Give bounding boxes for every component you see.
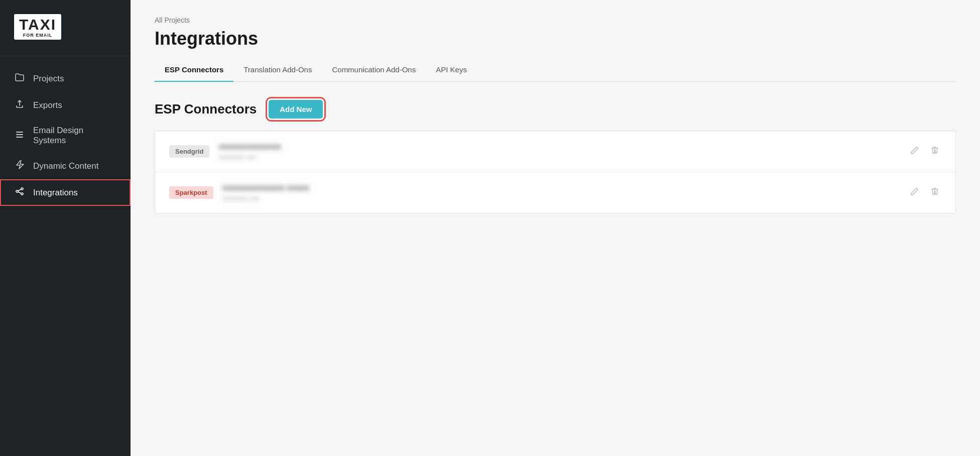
connector-sub: xxxxxxxx xxx — [222, 194, 310, 202]
content-area: ESP Connectors Add New Sendgrid xxxxxxxx… — [131, 82, 980, 232]
sidebar-item-integrations-label: Integrations — [33, 188, 78, 198]
table-row: Sparkpost xxxxxxxxxxxxxx xxxxx xxxxxxxx … — [155, 172, 955, 213]
edit-icon[interactable] — [908, 144, 921, 159]
edit-icon[interactable] — [908, 185, 921, 200]
logo-area: TAXI FOR EMAIL — [0, 0, 131, 56]
logo-taxi: TAXI — [19, 17, 56, 32]
page-title: Integrations — [155, 28, 956, 49]
tab-communication-addons[interactable]: Communication Add-Ons — [322, 59, 426, 82]
folder-icon — [14, 72, 25, 85]
sidebar-item-eds-label: Email Design Systems — [33, 126, 116, 146]
connector-name: xxxxxxxxxxxxxx xxxxx — [222, 183, 310, 192]
list-item-actions — [908, 185, 941, 200]
sidebar-item-projects[interactable]: Projects — [0, 65, 131, 92]
item-info: xxxxxxxxxxxxxx xxxxx xxxxxxxx xxx — [222, 183, 310, 202]
delete-icon[interactable] — [928, 144, 941, 159]
sidebar-item-integrations[interactable]: Integrations — [0, 179, 131, 206]
svg-rect-2 — [16, 137, 23, 138]
connector-badge: Sendgrid — [169, 145, 209, 158]
section-title: ESP Connectors — [155, 101, 257, 117]
svg-rect-1 — [16, 134, 23, 135]
main-header: All Projects Integrations ESP Connectors… — [131, 0, 980, 82]
list-item-left: Sendgrid xxxxxxxxxxxxxx xxxxxxxx xxx — [169, 142, 281, 161]
export-icon — [14, 99, 25, 111]
list-icon — [14, 130, 25, 142]
sidebar-item-exports-label: Exports — [33, 100, 62, 110]
sidebar-item-dynamic-content[interactable]: Dynamic Content — [0, 153, 131, 179]
sidebar-item-dynamic-content-label: Dynamic Content — [33, 161, 98, 171]
sidebar-item-email-design-systems[interactable]: Email Design Systems — [0, 119, 131, 153]
tab-translation-addons[interactable]: Translation Add-Ons — [233, 59, 322, 82]
tab-api-keys[interactable]: API Keys — [426, 59, 477, 82]
add-new-button[interactable]: Add New — [269, 100, 323, 119]
item-info: xxxxxxxxxxxxxx xxxxxxxx xxx — [218, 142, 281, 161]
logo: TAXI FOR EMAIL — [14, 14, 61, 40]
list-item-left: Sparkpost xxxxxxxxxxxxxx xxxxx xxxxxxxx … — [169, 183, 309, 202]
connector-name: xxxxxxxxxxxxxx — [218, 142, 281, 151]
sidebar-item-projects-label: Projects — [33, 74, 64, 84]
tab-esp-connectors[interactable]: ESP Connectors — [155, 59, 233, 82]
table-row: Sendgrid xxxxxxxxxxxxxx xxxxxxxx xxx — [155, 131, 955, 172]
list-item-actions — [908, 144, 941, 159]
section-header: ESP Connectors Add New — [155, 100, 956, 119]
breadcrumb: All Projects — [155, 16, 956, 24]
nav-items: Projects Exports Email Design Systems — [0, 56, 131, 456]
bolt-icon — [14, 160, 25, 172]
logo-sub: FOR EMAIL — [23, 33, 53, 38]
connector-sub: xxxxxxxx xxx — [218, 153, 281, 161]
share-icon — [14, 186, 25, 199]
connector-badge: Sparkpost — [169, 186, 213, 199]
sidebar: TAXI FOR EMAIL Projects Exports — [0, 0, 131, 456]
sidebar-item-exports[interactable]: Exports — [0, 92, 131, 119]
delete-icon[interactable] — [928, 185, 941, 200]
connectors-list: Sendgrid xxxxxxxxxxxxxx xxxxxxxx xxx — [155, 131, 956, 213]
main-content: All Projects Integrations ESP Connectors… — [131, 0, 980, 456]
svg-rect-0 — [16, 132, 23, 133]
tabs: ESP Connectors Translation Add-Ons Commu… — [155, 59, 956, 82]
